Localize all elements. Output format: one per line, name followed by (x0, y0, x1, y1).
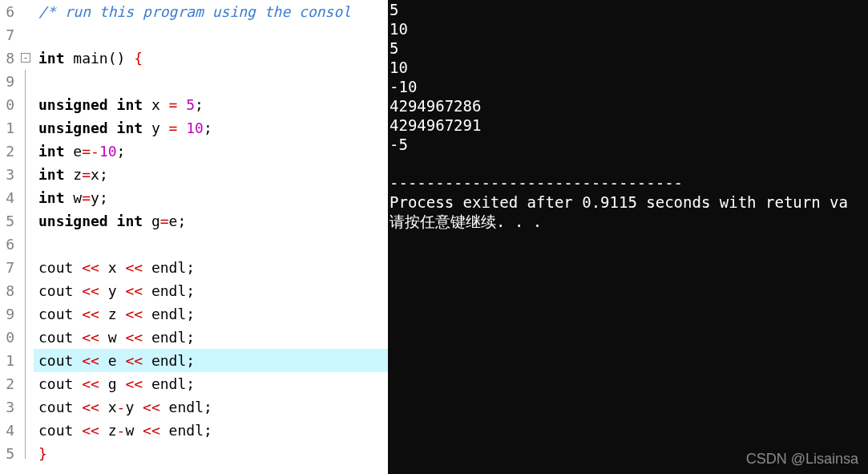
code-token: z (99, 306, 126, 322)
code-token: << (143, 399, 160, 415)
code-line[interactable]: unsigned int g=e; (34, 209, 388, 233)
code-token (177, 96, 186, 113)
console-line: 请按任意键继续. . . (390, 212, 866, 231)
code-line[interactable]: cout << g << endl; (34, 372, 388, 395)
code-token: z (65, 166, 83, 183)
line-number: 0 (0, 93, 14, 116)
code-token: << (82, 352, 99, 369)
code-line[interactable]: int e=-10; (34, 140, 388, 163)
code-token: w (99, 329, 126, 346)
code-token: << (82, 375, 99, 392)
code-token: 5 (186, 96, 195, 113)
code-token: unsigned (38, 96, 108, 113)
code-token: { (134, 50, 143, 67)
code-token: int (38, 143, 65, 160)
line-number: 2 (0, 140, 14, 163)
code-token: ; (117, 143, 126, 160)
code-token: x (91, 166, 99, 183)
code-token: 10 (186, 120, 204, 136)
code-token: /* run this program using the consol (38, 3, 351, 20)
code-token: endl (143, 306, 186, 322)
code-line[interactable]: cout << x-y << endl; (34, 395, 388, 419)
code-editor[interactable]: 67890123456789012345 - /* run this progr… (0, 0, 388, 474)
code-line[interactable]: cout << w << endl; (34, 326, 388, 349)
code-token: ; (186, 329, 195, 346)
code-token: << (82, 282, 99, 299)
console-line: 10 (390, 19, 866, 38)
code-token: << (82, 422, 99, 439)
code-token: endl (143, 282, 186, 299)
console-line: -5 (390, 135, 866, 154)
fold-guide (25, 70, 26, 459)
code-token: cout (38, 329, 82, 346)
code-token: cout (38, 352, 82, 369)
code-line[interactable] (34, 233, 388, 256)
code-token: e (99, 352, 126, 369)
console-line: 4294967291 (390, 115, 866, 135)
code-line[interactable]: unsigned int y = 10; (34, 116, 388, 140)
code-token: w (125, 422, 143, 439)
code-line[interactable]: cout << e << endl; (34, 349, 388, 372)
code-token (125, 50, 134, 67)
line-number: 1 (0, 349, 14, 372)
code-token: endl (160, 422, 204, 439)
code-token: g (99, 375, 126, 392)
code-token: ; (177, 213, 186, 229)
code-token: ; (186, 352, 195, 369)
code-token: ; (99, 189, 108, 206)
code-line[interactable]: } (34, 442, 388, 465)
code-token: cout (38, 282, 82, 299)
code-token: unsigned (38, 213, 108, 229)
line-number: 8 (0, 47, 14, 70)
code-line[interactable]: /* run this program using the consol (34, 0, 388, 23)
code-token: e (169, 213, 178, 229)
code-token: ; (204, 120, 212, 136)
code-token: ; (204, 399, 212, 415)
line-number: 0 (0, 326, 14, 349)
code-token: ; (186, 282, 195, 299)
code-line[interactable]: cout << z-w << endl; (34, 419, 388, 442)
code-area[interactable]: /* run this program using the consolint … (34, 0, 388, 474)
code-token: int (117, 213, 143, 229)
line-number: 6 (0, 0, 14, 23)
console-line: 5 (390, 38, 866, 58)
line-number: 6 (0, 233, 14, 256)
console-line: 5 (390, 0, 866, 19)
fold-toggle-icon[interactable]: - (21, 53, 30, 63)
code-line[interactable]: unsigned int x = 5; (34, 93, 388, 116)
line-number-gutter: 67890123456789012345 (0, 0, 19, 474)
code-token: int (117, 96, 143, 113)
code-token: - (117, 422, 126, 439)
code-token: << (125, 375, 143, 392)
code-token: cout (38, 259, 82, 276)
code-line[interactable]: int main() { (34, 47, 388, 70)
code-line[interactable] (34, 23, 388, 47)
fold-column: - (19, 0, 34, 474)
line-number: 3 (0, 395, 14, 419)
code-token: << (82, 306, 99, 322)
line-number: 3 (0, 163, 14, 186)
code-line[interactable]: cout << z << endl; (34, 302, 388, 326)
code-line[interactable]: int w=y; (34, 186, 388, 209)
code-line[interactable]: cout << x << endl; (34, 256, 388, 279)
code-token (177, 120, 186, 136)
code-token: () (108, 50, 126, 67)
line-number: 8 (0, 279, 14, 302)
line-number: 7 (0, 23, 14, 47)
code-token: x (99, 259, 126, 276)
code-token: endl (143, 259, 186, 276)
code-line[interactable]: int z=x; (34, 163, 388, 186)
line-number: 9 (0, 70, 14, 93)
code-token: = (160, 213, 169, 229)
code-token: y (99, 282, 126, 299)
code-token: cout (38, 422, 82, 439)
code-token: w (65, 189, 83, 206)
code-token: y (143, 120, 169, 136)
console-line: 10 (390, 58, 866, 77)
code-token: - (117, 399, 126, 415)
console-output[interactable]: 510510-1042949672864294967291-5 --------… (388, 0, 868, 474)
code-token (108, 120, 117, 136)
code-line[interactable]: cout << y << endl; (34, 279, 388, 302)
code-line[interactable] (34, 70, 388, 93)
code-token: x (143, 96, 169, 113)
